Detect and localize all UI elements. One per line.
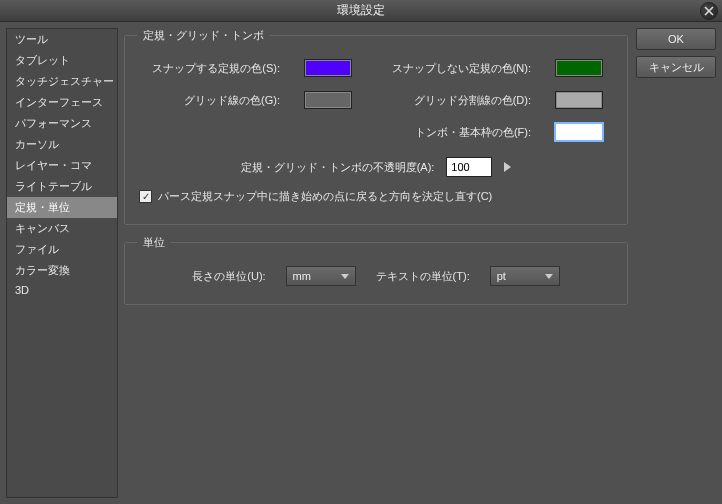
sidebar-item[interactable]: カラー変換 <box>7 260 117 281</box>
sidebar-item[interactable]: パフォーマンス <box>7 113 117 134</box>
opacity-slider-icon[interactable] <box>504 162 511 172</box>
group-ruler-legend: 定規・グリッド・トンボ <box>137 28 270 43</box>
close-icon[interactable] <box>700 2 718 20</box>
group-ruler: 定規・グリッド・トンボ スナップする定規の色(S): スナップしない定規の色(N… <box>124 28 628 225</box>
opacity-input[interactable] <box>446 157 492 177</box>
snap-color-label: スナップする定規の色(S): <box>137 61 280 76</box>
crop-color-label: トンボ・基本枠の色(F): <box>388 125 531 140</box>
grid-div-color-label: グリッド分割線の色(D): <box>388 93 531 108</box>
nosnap-color-swatch[interactable] <box>555 59 603 77</box>
chevron-down-icon <box>545 274 553 279</box>
sidebar: ツールタブレットタッチジェスチャーインターフェースパフォーマンスカーソルレイヤー… <box>6 28 118 498</box>
window-title: 環境設定 <box>337 2 385 19</box>
ok-button[interactable]: OK <box>636 28 716 50</box>
grid-color-label: グリッド線の色(G): <box>137 93 280 108</box>
grid-color-swatch[interactable] <box>304 91 352 109</box>
length-unit-label: 長さの単位(U): <box>192 269 265 284</box>
sidebar-item[interactable]: タッチジェスチャー <box>7 71 117 92</box>
text-unit-value: pt <box>497 270 506 282</box>
text-unit-label: テキストの単位(T): <box>376 269 470 284</box>
sidebar-item[interactable]: ライトテーブル <box>7 176 117 197</box>
cancel-button[interactable]: キャンセル <box>636 56 716 78</box>
snap-color-swatch[interactable] <box>304 59 352 77</box>
group-units-legend: 単位 <box>137 235 171 250</box>
crop-color-swatch[interactable] <box>555 123 603 141</box>
pers-checkbox[interactable]: ✓ <box>139 190 152 203</box>
sidebar-item[interactable]: 3D <box>7 281 117 299</box>
sidebar-item[interactable]: 定規・単位 <box>7 197 117 218</box>
settings-column: 定規・グリッド・トンボ スナップする定規の色(S): スナップしない定規の色(N… <box>124 28 628 498</box>
length-unit-value: mm <box>293 270 311 282</box>
button-column: OK キャンセル <box>636 28 716 498</box>
grid-div-color-swatch[interactable] <box>555 91 603 109</box>
text-unit-select[interactable]: pt <box>490 266 560 286</box>
sidebar-item[interactable]: カーソル <box>7 134 117 155</box>
group-units: 単位 長さの単位(U): mm テキストの単位(T): pt <box>124 235 628 305</box>
titlebar: 環境設定 <box>0 0 722 22</box>
sidebar-item[interactable]: キャンバス <box>7 218 117 239</box>
chevron-down-icon <box>341 274 349 279</box>
sidebar-item[interactable]: タブレット <box>7 50 117 71</box>
nosnap-color-label: スナップしない定規の色(N): <box>388 61 531 76</box>
sidebar-item[interactable]: ファイル <box>7 239 117 260</box>
opacity-label: 定規・グリッド・トンボの不透明度(A): <box>241 160 435 175</box>
length-unit-select[interactable]: mm <box>286 266 356 286</box>
sidebar-item[interactable]: インターフェース <box>7 92 117 113</box>
pers-check-label: パース定規スナップ中に描き始めの点に戻ると方向を決定し直す(C) <box>158 189 492 204</box>
main: 定規・グリッド・トンボ スナップする定規の色(S): スナップしない定規の色(N… <box>124 28 716 498</box>
sidebar-item[interactable]: レイヤー・コマ <box>7 155 117 176</box>
sidebar-item[interactable]: ツール <box>7 29 117 50</box>
content: ツールタブレットタッチジェスチャーインターフェースパフォーマンスカーソルレイヤー… <box>0 22 722 504</box>
